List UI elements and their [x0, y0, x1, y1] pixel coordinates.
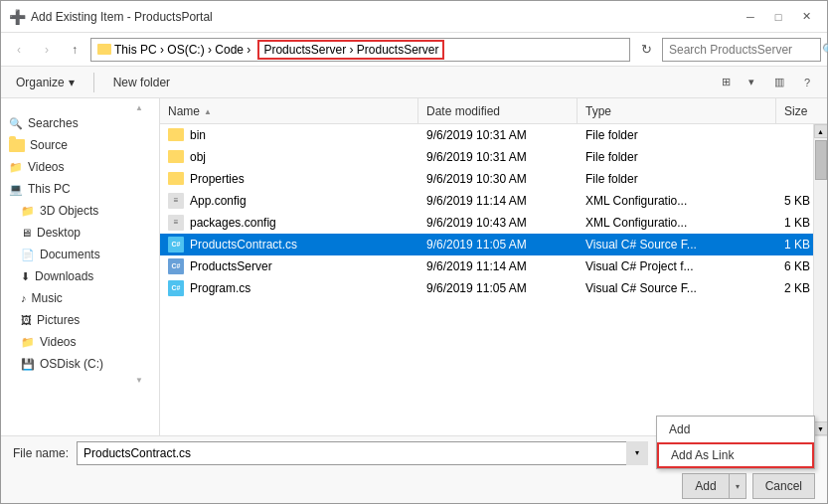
- organize-button[interactable]: Organize ▾: [9, 73, 82, 92]
- view-dropdown-button[interactable]: ▾: [740, 72, 763, 93]
- add-button-group: Add ▾: [682, 473, 745, 499]
- file-name: ProductsContract.cs: [190, 238, 297, 252]
- filename-label: File name:: [13, 446, 69, 460]
- table-row[interactable]: C# ProductsContract.cs 9/6/2019 11:05 AM…: [160, 234, 813, 255]
- folder-icon: 📁: [21, 336, 35, 349]
- address-bar[interactable]: This PC › OS(C:) › Code › ProductsServer…: [90, 38, 630, 62]
- scroll-down-button[interactable]: ▼: [814, 421, 828, 435]
- folder-icon: 📁: [21, 205, 35, 218]
- file-name: bin: [190, 128, 206, 142]
- cs-icon: C#: [168, 280, 184, 296]
- view-grid-button[interactable]: ⊞: [714, 72, 738, 93]
- help-button[interactable]: ?: [795, 72, 819, 93]
- organize-arrow: ▾: [69, 76, 75, 89]
- folder-icon: [97, 44, 111, 55]
- sidebar-item-this-pc[interactable]: 💻 This PC: [1, 178, 159, 200]
- table-row[interactable]: ≡ App.config 9/6/2019 11:14 AM XML Confi…: [160, 190, 813, 212]
- sidebar-item-label: This PC: [28, 182, 71, 196]
- sort-arrow: ▲: [204, 107, 212, 116]
- table-row[interactable]: C# ProductsServer 9/6/2019 11:14 AM Visu…: [160, 255, 813, 277]
- dropdown-item-add[interactable]: Add: [657, 417, 814, 442]
- file-list: bin 9/6/2019 10:31 AM File folder obj 9/…: [160, 124, 813, 435]
- filename-input[interactable]: [77, 441, 648, 465]
- sidebar-item-pictures[interactable]: 🖼 Pictures: [1, 309, 159, 331]
- toolbar-right: ⊞ ▾ ▥ ?: [714, 72, 819, 93]
- file-name-cell: Properties: [160, 172, 418, 186]
- sidebar-item-label: Downloads: [35, 269, 93, 283]
- address-sep: [252, 44, 255, 56]
- search-input[interactable]: [669, 43, 818, 57]
- close-button[interactable]: ✕: [793, 7, 819, 27]
- file-type: File folder: [578, 150, 776, 164]
- new-folder-button[interactable]: New folder: [106, 73, 177, 92]
- folder-icon: [168, 172, 184, 185]
- sidebar-item-videos1[interactable]: 📁 Videos: [1, 156, 159, 178]
- scroll-down-arrow: ▼: [135, 376, 143, 385]
- table-row[interactable]: ≡ packages.config 9/6/2019 10:43 AM XML …: [160, 212, 813, 234]
- col-header-name[interactable]: Name ▲: [160, 98, 418, 124]
- file-size: 5 KB: [776, 194, 813, 208]
- file-name-cell: ≡ packages.config: [160, 215, 418, 231]
- maximize-button[interactable]: □: [765, 7, 791, 27]
- file-size: 1 KB: [776, 238, 813, 252]
- sidebar-item-3d-objects[interactable]: 📁 3D Objects: [1, 200, 159, 222]
- refresh-button[interactable]: ↻: [634, 38, 658, 62]
- up-button[interactable]: ↑: [63, 38, 86, 62]
- search-box[interactable]: 🔍: [662, 38, 821, 62]
- window-title: Add Existing Item - ProductsPortal: [31, 10, 738, 24]
- col-header-size[interactable]: Size: [776, 98, 827, 124]
- file-date: 9/6/2019 11:05 AM: [418, 281, 578, 295]
- downloads-icon: ⬇: [21, 270, 30, 283]
- filename-dropdown-button[interactable]: ▾: [626, 441, 648, 465]
- search-icon: 🔍: [822, 43, 828, 57]
- table-row[interactable]: C# Program.cs 9/6/2019 11:05 AM Visual C…: [160, 277, 813, 299]
- add-dropdown-button[interactable]: ▾: [729, 473, 746, 499]
- sidebar-item-documents[interactable]: 📄 Documents: [1, 244, 159, 265]
- window-controls: ─ □ ✕: [738, 7, 819, 27]
- minimize-button[interactable]: ─: [738, 7, 763, 27]
- sidebar-item-label: Source: [30, 138, 68, 152]
- sidebar-item-videos2[interactable]: 📁 Videos: [1, 331, 159, 353]
- col-header-type[interactable]: Type: [578, 98, 776, 124]
- file-name-cell: C# Program.cs: [160, 280, 418, 296]
- address-prefix: This PC › OS(C:) › Code ›: [97, 43, 257, 57]
- music-icon: ♪: [21, 292, 27, 304]
- sidebar-item-osdisk[interactable]: 💾 OSDisk (C:): [1, 353, 159, 375]
- file-date: 9/6/2019 11:14 AM: [418, 194, 578, 208]
- dropdown-add-label: Add: [669, 422, 690, 436]
- details-pane-button[interactable]: ▥: [767, 72, 791, 93]
- scroll-thumb[interactable]: [815, 140, 827, 180]
- back-button[interactable]: ‹: [7, 38, 31, 62]
- file-name-cell: ≡ App.config: [160, 193, 418, 209]
- sidebar-scroll-up-area: ▲: [1, 102, 159, 112]
- file-type: Visual C# Source F...: [578, 281, 776, 295]
- config-icon: ≡: [168, 193, 184, 209]
- sidebar-item-searches[interactable]: 🔍 Searches: [1, 112, 159, 134]
- forward-button[interactable]: ›: [35, 38, 59, 62]
- dropdown-item-add-as-link[interactable]: Add As Link: [657, 442, 814, 468]
- folder-icon: [9, 139, 25, 152]
- file-name-cell: bin: [160, 128, 418, 142]
- col-header-date[interactable]: Date modified: [418, 98, 578, 124]
- toolbar-separator: [93, 73, 94, 92]
- table-row[interactable]: Properties 9/6/2019 10:30 AM File folder: [160, 168, 813, 190]
- sidebar-item-desktop[interactable]: 🖥 Desktop: [1, 222, 159, 244]
- sidebar-item-music[interactable]: ♪ Music: [1, 287, 159, 309]
- table-row[interactable]: obj 9/6/2019 10:31 AM File folder: [160, 146, 813, 168]
- cancel-button[interactable]: Cancel: [752, 473, 815, 499]
- sidebar-item-label: Videos: [28, 160, 64, 174]
- filename-input-wrapper: ▾: [77, 441, 648, 465]
- table-row[interactable]: bin 9/6/2019 10:31 AM File folder: [160, 124, 813, 146]
- sidebar-scroll-down-area: ▼: [1, 375, 159, 385]
- scroll-up-button[interactable]: ▲: [814, 124, 828, 138]
- sidebar-item-label: Videos: [40, 335, 76, 349]
- col-date-label: Date modified: [426, 104, 500, 118]
- file-list-area: Name ▲ Date modified Type Size: [160, 98, 827, 435]
- file-name-cell: C# ProductsServer: [160, 258, 418, 274]
- file-date: 9/6/2019 10:30 AM: [418, 172, 578, 186]
- file-name: obj: [190, 150, 206, 164]
- sidebar-item-source[interactable]: Source: [1, 134, 159, 156]
- sidebar-item-label: Pictures: [37, 313, 80, 327]
- add-button[interactable]: Add: [682, 473, 728, 499]
- sidebar-item-downloads[interactable]: ⬇ Downloads: [1, 265, 159, 287]
